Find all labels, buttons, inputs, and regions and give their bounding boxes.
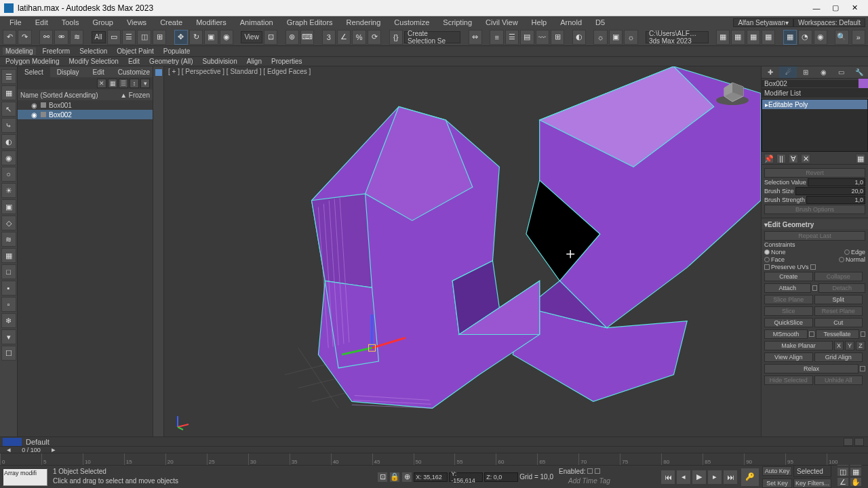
scene-header-frozen[interactable]: ▲ Frozen xyxy=(120,92,150,99)
coord-z[interactable]: Z: 0,0 xyxy=(484,472,518,482)
zoom-extents-all-icon[interactable]: ▦ xyxy=(850,467,862,476)
shape-filter-icon[interactable]: ○ xyxy=(1,167,16,182)
mirror-button[interactable]: ⇔ xyxy=(469,30,482,45)
layer-button[interactable]: ▦ xyxy=(747,30,760,45)
pin-stack-icon[interactable]: 📌 xyxy=(764,154,774,163)
make-unique-icon[interactable]: ∀ xyxy=(789,154,798,163)
scene-tab-edit[interactable]: Edit xyxy=(86,66,111,77)
hierarchy-tab-icon[interactable]: ⊞ xyxy=(797,66,814,78)
msmooth-settings-icon[interactable] xyxy=(809,331,814,337)
constraint-none-radio[interactable]: None xyxy=(764,249,786,256)
prev-frame-button[interactable]: ◂ xyxy=(676,470,691,485)
scene-explorer-button[interactable]: ▦ xyxy=(731,30,745,45)
reference-coord-system[interactable]: View xyxy=(241,31,262,43)
select-place-button[interactable]: ◉ xyxy=(220,30,233,45)
slice-button[interactable]: Slice xyxy=(764,306,813,316)
rendered-frame-window-button[interactable]: ▣ xyxy=(609,30,623,45)
scene-layer-icon[interactable]: ☰ xyxy=(119,79,128,88)
container-filter-icon[interactable]: ▫ xyxy=(1,297,16,312)
set-key-button-big[interactable]: 🔑 xyxy=(741,468,760,487)
split-button[interactable]: Split xyxy=(814,295,863,304)
brush-options-button[interactable]: Brush Options xyxy=(764,205,865,214)
setkey-button[interactable]: Set Key xyxy=(762,479,792,488)
select-icon[interactable]: ↖ xyxy=(1,102,16,117)
pan-icon[interactable]: ✋ xyxy=(850,477,862,487)
play-button[interactable]: ▶ xyxy=(692,470,707,485)
autokey-button[interactable]: Auto Key xyxy=(762,466,792,476)
spinner-snap-button[interactable]: ⟳ xyxy=(368,30,381,45)
coord-y[interactable]: Y: -156,614 xyxy=(449,472,483,482)
detach-button[interactable]: Detach xyxy=(818,283,865,293)
isolate-selection-icon[interactable] xyxy=(844,438,853,446)
workspace-selector[interactable]: Workspaces: Default xyxy=(793,18,865,27)
repeat-last-button[interactable]: Repeat Last xyxy=(764,231,865,241)
trackbar[interactable]: ◂ 0 / 100 ▸ xyxy=(0,446,868,453)
scene-tab-customize[interactable]: Customize xyxy=(111,66,157,77)
create-button[interactable]: Create xyxy=(764,272,813,281)
scene-tab-display[interactable]: Display xyxy=(50,66,86,77)
menu-group[interactable]: Group xyxy=(85,16,120,28)
object-name-field[interactable]: Box002 xyxy=(762,80,859,87)
menu-create[interactable]: Create xyxy=(153,16,189,28)
unhide-all-button[interactable]: Unhide All xyxy=(814,375,863,385)
unlink-button[interactable]: ⚮ xyxy=(54,30,68,45)
ribbon-tab-modeling[interactable]: Modeling xyxy=(3,47,36,55)
view-align-button[interactable]: View Align xyxy=(764,352,813,362)
motion-tab-icon[interactable]: ◉ xyxy=(815,66,833,78)
create-tab-icon[interactable]: ✚ xyxy=(762,66,779,78)
viewport-layout-button[interactable]: ◉ xyxy=(814,30,827,45)
modifier-stack[interactable]: ▸ Editable Poly xyxy=(762,99,868,152)
select-by-name-button[interactable]: ☰ xyxy=(122,30,136,45)
maximize-button[interactable]: ▢ xyxy=(826,2,845,14)
viewport-area[interactable]: [ + ] [ Perspective ] [ Standard ] [ Edg… xyxy=(164,66,761,436)
time-slider-toggle[interactable]: ◔ xyxy=(798,30,812,45)
utilities-tab-icon[interactable]: 🔧 xyxy=(850,66,868,78)
viewport-layout-single-icon[interactable] xyxy=(155,69,162,76)
preserve-uvs-settings-icon[interactable] xyxy=(810,264,816,270)
menu-arnold[interactable]: Arnold xyxy=(553,16,589,28)
key-filters-button[interactable]: Key Filters... xyxy=(793,479,831,488)
slice-plane-button[interactable]: Slice Plane xyxy=(764,295,813,304)
selection-filter[interactable]: All xyxy=(92,31,106,43)
preserve-uvs-check[interactable] xyxy=(764,264,770,270)
scene-view-icon[interactable]: ▦ xyxy=(108,79,117,88)
material-editor-button[interactable]: ◐ xyxy=(572,30,586,45)
frozen-filter-icon[interactable]: ❄ xyxy=(1,313,16,328)
object-color-swatch[interactable] xyxy=(859,79,868,88)
command-panel-toggle[interactable]: ▦ xyxy=(783,30,797,45)
selection-region-button[interactable]: ◫ xyxy=(137,30,151,45)
configure-modifier-sets-icon[interactable]: ▦ xyxy=(856,154,865,163)
toggle-ribbon-button[interactable]: ▤ xyxy=(520,30,534,45)
light-filter-icon[interactable]: ☀ xyxy=(1,183,16,198)
scene-search-close-icon[interactable]: ✕ xyxy=(97,79,106,88)
schematic-view-button[interactable]: ⊞ xyxy=(551,30,564,45)
subtab-geometry[interactable]: Geometry (All) xyxy=(146,58,195,65)
goto-start-button[interactable]: ⏮ xyxy=(660,470,675,485)
menu-grapheditors[interactable]: Graph Editors xyxy=(280,16,340,28)
reset-plane-button[interactable]: Reset Plane xyxy=(814,306,863,316)
adaptive-update-check[interactable] xyxy=(595,468,600,474)
layer-explorer-button[interactable]: ☰ xyxy=(505,30,519,45)
viewport-label[interactable]: [ + ] [ Perspective ] [ Standard ] [ Edg… xyxy=(168,68,311,75)
next-frame-button[interactable]: ▸ xyxy=(707,470,722,485)
scene-tab-select[interactable]: Select xyxy=(18,66,50,77)
close-button[interactable]: ✕ xyxy=(845,2,864,14)
add-time-tag[interactable]: Add Time Tag xyxy=(556,477,658,487)
keyboard-shortcut-override-button[interactable]: ⌨ xyxy=(300,30,314,45)
modify-tab-icon[interactable]: ☄ xyxy=(779,66,797,78)
menu-views[interactable]: Views xyxy=(120,16,153,28)
curve-editor-button[interactable]: 〰 xyxy=(536,30,549,45)
bind-spacewarp-button[interactable]: ≋ xyxy=(70,30,83,45)
window-crossing-button[interactable]: ⊞ xyxy=(153,30,166,45)
redo-button[interactable]: ↷ xyxy=(18,30,31,45)
lock-selection-icon[interactable]: 🔒 xyxy=(389,472,400,483)
subtab-modifyselection[interactable]: Modify Selection xyxy=(66,58,121,65)
percent-snap-button[interactable]: % xyxy=(352,30,366,45)
snap-toggle-button[interactable]: 3 xyxy=(322,30,336,45)
render-production-button[interactable]: ☼ xyxy=(624,30,637,45)
planar-x-button[interactable]: X xyxy=(834,341,844,350)
relax-settings-icon[interactable] xyxy=(860,366,865,371)
revert-button[interactable]: Revert xyxy=(764,168,865,178)
menu-d5[interactable]: D5 xyxy=(589,16,612,28)
selection-value-spinner[interactable]: 1,0 xyxy=(808,178,865,186)
